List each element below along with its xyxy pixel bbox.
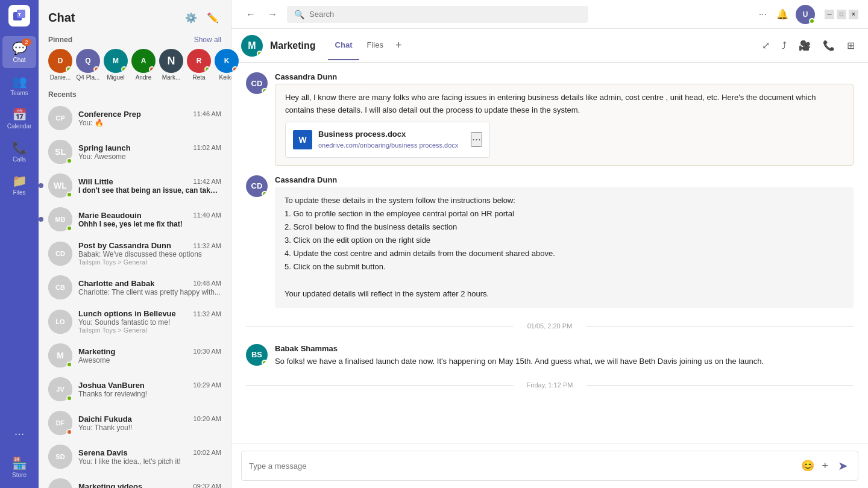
chat-item-serena[interactable]: SD Serena Davis 10:02 AM You: I like the… bbox=[41, 440, 228, 474]
msg-sender-name-2: Cassandra Dunn bbox=[275, 175, 337, 184]
notifications-button[interactable]: 🔔 bbox=[774, 6, 791, 22]
calendar-icon: 📅 bbox=[12, 107, 27, 122]
word-icon: W bbox=[293, 130, 312, 149]
maximize-button[interactable]: □ bbox=[837, 10, 846, 19]
msg-sender-name: Cassandra Dunn bbox=[275, 72, 337, 81]
channel-header: M Marketing Chat Files + ⤢ ⤴ 🎥 📞 ⊞ bbox=[231, 29, 868, 63]
show-all-button[interactable]: Show all bbox=[194, 36, 221, 44]
chat-item-spring-launch[interactable]: SL Spring launch 11:02 AM You: Awesome bbox=[41, 135, 228, 169]
app-logo[interactable]: T bbox=[8, 5, 30, 27]
chat-item-marie[interactable]: MB Marie Beaudouin 11:40 AM Ohhh I see, … bbox=[41, 202, 228, 236]
sidebar-header: Chat ⚙️ ✏️ bbox=[39, 0, 231, 31]
msg-avatar-babak: BS bbox=[246, 344, 268, 366]
channel-avatar: M bbox=[241, 35, 263, 57]
chat-item-charlotte-babak[interactable]: CB Charlotte and Babak 10:48 AM Charlott… bbox=[41, 271, 228, 304]
new-chat-button[interactable]: ✏️ bbox=[204, 10, 221, 26]
recents-label: Recents bbox=[39, 86, 231, 101]
msg-sender-status-3 bbox=[262, 360, 268, 366]
chat-item-marketing-videos[interactable]: MV Marketing videos 09:32 AM You: Great … bbox=[41, 474, 228, 488]
pinned-avatar-mark[interactable]: N Mark... bbox=[159, 49, 183, 81]
user-status-dot bbox=[809, 18, 815, 24]
msg-line-1: 1. Go to profile section in the employee… bbox=[285, 207, 844, 221]
message-group-babak: BS Babak Shammas So folks! we have a fin… bbox=[246, 344, 854, 368]
nav-item-calls[interactable]: 📞 Calls bbox=[2, 136, 36, 167]
emoji-button[interactable]: 😊 bbox=[799, 457, 817, 475]
layout-button[interactable]: ⊞ bbox=[843, 36, 858, 55]
nav-store-label: Store bbox=[12, 472, 27, 478]
pinned-avatar-reta[interactable]: R Reta bbox=[187, 49, 211, 81]
file-attachment[interactable]: W Business process.docx onedrive.com/onb… bbox=[285, 122, 490, 158]
chat-item-will-little[interactable]: WL Will Little 11:42 AM I don't see that… bbox=[41, 169, 228, 202]
channel-tabs: Chat Files + bbox=[328, 31, 407, 60]
nav-item-chat[interactable]: 2 💬 Chat bbox=[2, 36, 36, 68]
top-bar: ← → 🔍 ··· 🔔 U ─ □ × bbox=[231, 0, 868, 29]
back-button[interactable]: ← bbox=[241, 7, 260, 22]
nav-item-files[interactable]: 📁 Files bbox=[2, 169, 36, 201]
chat-item-post-cassandra[interactable]: CD Post by Cassandra Dunn 11:32 AM Babak… bbox=[41, 236, 228, 271]
chat-item-daichi[interactable]: DF Daichi Fukuda 10:20 AM You: Thank you… bbox=[41, 406, 228, 440]
file-info: Business process.docx onedrive.com/onboa… bbox=[318, 128, 465, 151]
chat-item-lunch-options[interactable]: LO Lunch options in Bellevue 11:32 AM Yo… bbox=[41, 304, 228, 339]
popout-button[interactable]: ⤢ bbox=[758, 36, 773, 55]
msg-line-6: Your updated details will reflect in the… bbox=[285, 287, 844, 301]
minimize-button[interactable]: ─ bbox=[825, 10, 834, 19]
msg-body-babak: Babak Shammas So folks! we have a finali… bbox=[275, 344, 854, 368]
msg-avatar-cassandra: CD bbox=[246, 72, 268, 94]
filter-button[interactable]: ⚙️ bbox=[183, 10, 200, 26]
msg-sender-status-2 bbox=[262, 191, 268, 197]
pinned-section: Pinned Show all D Danie... Q Q4 Pla... M… bbox=[39, 31, 231, 86]
msg-header-2: Cassandra Dunn bbox=[275, 175, 854, 184]
send-button[interactable]: ➤ bbox=[835, 456, 851, 475]
pinned-avatar-danie[interactable]: D Danie... bbox=[48, 49, 72, 81]
nav-arrows: ← → bbox=[241, 7, 282, 22]
search-bar[interactable]: 🔍 bbox=[287, 6, 588, 23]
nav-item-calendar[interactable]: 📅 Calendar bbox=[2, 102, 36, 134]
video-button[interactable]: 🎥 bbox=[795, 36, 814, 55]
date-separator-2: Friday, 1:12 PM bbox=[246, 381, 854, 389]
nav-calendar-label: Calendar bbox=[7, 123, 32, 130]
channel-status-dot bbox=[257, 51, 263, 57]
svg-text:T: T bbox=[18, 12, 21, 17]
nav-calls-label: Calls bbox=[13, 156, 26, 163]
more-options-button[interactable]: ··· bbox=[756, 7, 769, 22]
main-content: ← → 🔍 ··· 🔔 U ─ □ × M Marketing bbox=[231, 0, 868, 488]
msg-bubble-plain: To update these details in the system fo… bbox=[275, 187, 854, 308]
unread-dot bbox=[39, 217, 43, 222]
date-separator-1: 01/05, 2:20 PM bbox=[246, 322, 854, 330]
pinned-avatar-andre[interactable]: A Andre bbox=[131, 49, 156, 81]
msg-sender-status bbox=[262, 88, 268, 94]
attach-button[interactable]: + bbox=[819, 457, 831, 475]
pinned-avatar-miguel[interactable]: M Miguel bbox=[104, 49, 128, 81]
nav-item-more[interactable]: ··· bbox=[2, 422, 36, 446]
chat-item-joshua[interactable]: JV Joshua VanBuren 10:29 AM Thanks for r… bbox=[41, 372, 228, 406]
messages-area: CD Cassandra Dunn Hey all, I know there … bbox=[231, 63, 868, 443]
msg-avatar-cassandra-2: CD bbox=[246, 175, 268, 197]
user-avatar[interactable]: U bbox=[796, 5, 815, 24]
close-button[interactable]: × bbox=[849, 10, 858, 19]
file-more-button[interactable]: ··· bbox=[471, 132, 482, 147]
tab-chat[interactable]: Chat bbox=[328, 31, 360, 60]
search-input[interactable] bbox=[309, 10, 581, 19]
chat-item-conference-prep[interactable]: CP Conference Prep 11:46 AM You: 🔥 bbox=[41, 101, 228, 135]
share-button[interactable]: ⤴ bbox=[778, 36, 790, 55]
pinned-label: Pinned bbox=[48, 36, 72, 44]
tab-files[interactable]: Files bbox=[359, 31, 390, 60]
phone-button[interactable]: 📞 bbox=[819, 36, 838, 55]
files-icon: 📁 bbox=[12, 174, 27, 188]
message-input-area: 😊 + ➤ bbox=[231, 443, 868, 488]
store-icon: 🏪 bbox=[12, 456, 27, 471]
file-name: Business process.docx bbox=[318, 128, 465, 141]
msg-line-5: 5. Click on the submit button. bbox=[285, 260, 844, 274]
forward-button[interactable]: → bbox=[263, 7, 282, 22]
add-tab-button[interactable]: + bbox=[391, 31, 407, 60]
nav-teams-label: Teams bbox=[10, 90, 28, 96]
nav-item-teams[interactable]: 👥 Teams bbox=[2, 69, 36, 101]
top-right-actions: ··· 🔔 U ─ □ × bbox=[756, 5, 858, 24]
sidebar: Chat ⚙️ ✏️ Pinned Show all D Danie... Q … bbox=[39, 0, 231, 488]
pinned-avatar-q4pla[interactable]: Q Q4 Pla... bbox=[76, 49, 100, 81]
unread-dot bbox=[39, 183, 43, 188]
chat-item-marketing[interactable]: M Marketing 10:30 AM Awesome bbox=[41, 339, 228, 372]
message-input[interactable] bbox=[249, 461, 794, 471]
msg-text-babak: So folks! we have a finalised launch dat… bbox=[275, 355, 854, 368]
nav-item-store[interactable]: 🏪 Store bbox=[2, 451, 36, 483]
